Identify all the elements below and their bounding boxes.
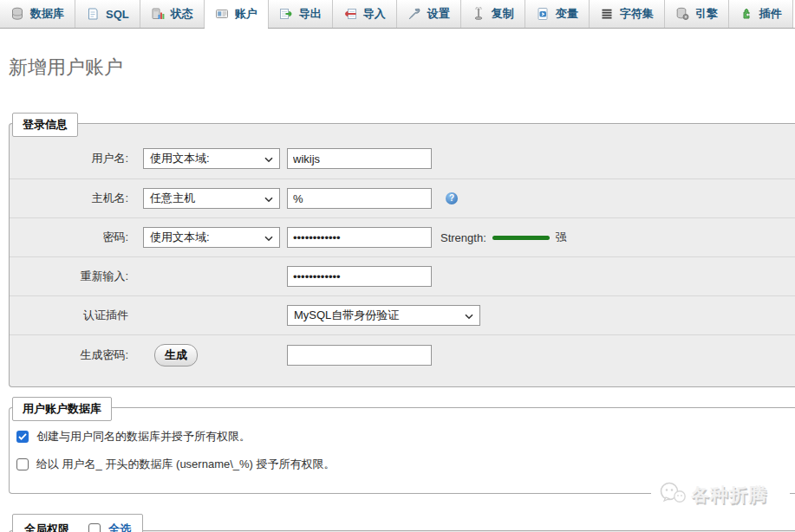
chevron-down-icon [264, 231, 273, 244]
host-label: 主机名: [10, 191, 128, 206]
tab-engines[interactable]: 引擎 [665, 0, 729, 28]
tab-variables[interactable]: 变量 [525, 0, 590, 28]
tab-export[interactable]: 导出 [269, 0, 333, 28]
generate-password-row: 生成密码: 生成 [10, 334, 795, 375]
tab-sql[interactable]: SQL [75, 0, 140, 28]
global-privileges-legend: 全局权限 全选 [12, 514, 143, 532]
generated-password-input[interactable] [287, 345, 432, 366]
password-label: 密码: [10, 230, 128, 245]
chevron-down-icon [465, 309, 473, 322]
username-label: 用户名: [10, 151, 128, 166]
help-icon[interactable] [446, 192, 458, 204]
create-same-db-label: 创建与用户同名的数据库并授予所有权限。 [36, 429, 251, 444]
engines-icon [675, 7, 689, 21]
tab-databases[interactable]: 数据库 [0, 0, 75, 28]
global-privileges-title: 全局权限 [24, 522, 69, 532]
strength-text: 强 [556, 230, 567, 245]
tab-accounts[interactable]: 账户 [205, 0, 269, 28]
username-row: 用户名: 使用文本域: [10, 136, 795, 178]
tab-label: 设置 [427, 6, 450, 22]
host-input[interactable] [287, 188, 432, 209]
plugin-icon [740, 7, 753, 21]
host-type-select[interactable]: 任意主机 [143, 188, 280, 209]
user-database-legend: 用户账户数据库 [12, 397, 112, 421]
tab-label: 状态 [171, 6, 193, 22]
login-information-fieldset: 登录信息 用户名: 使用文本域: 主机名: 任意主机 密码: [9, 123, 795, 387]
tab-label: 引擎 [695, 6, 718, 22]
auth-plugin-select[interactable]: MySQL自带身份验证 [287, 305, 480, 326]
strength-meter [492, 236, 550, 240]
status-icon [151, 7, 165, 21]
create-same-db-option: 创建与用户同名的数据库并授予所有权限。 [10, 425, 795, 448]
import-icon [343, 7, 357, 21]
tab-label: 复制 [492, 6, 514, 22]
password-input[interactable] [287, 227, 432, 248]
retype-label: 重新输入: [10, 269, 128, 284]
chevron-down-icon [264, 192, 273, 205]
generate-button[interactable]: 生成 [154, 344, 198, 367]
checkbox-checked[interactable] [16, 431, 29, 443]
login-information-legend: 登录信息 [12, 113, 78, 137]
accounts-icon [215, 7, 229, 21]
tab-import[interactable]: 导入 [333, 0, 397, 28]
retype-password-input[interactable] [287, 266, 432, 287]
tab-settings[interactable]: 设置 [397, 0, 461, 28]
password-row: 密码: 使用文本域: Strength: 强 [10, 217, 795, 256]
wildcard-db-label: 给以 用户名_ 开头的数据库 (username\_%) 授予所有权限。 [36, 457, 336, 472]
tab-status[interactable]: 状态 [140, 0, 205, 28]
tab-label: 数据库 [30, 6, 64, 22]
watermark-text: 各种折腾 [691, 483, 767, 507]
host-row: 主机名: 任意主机 [10, 178, 795, 217]
export-icon [279, 7, 293, 21]
password-strength: Strength: 强 [440, 230, 567, 245]
tab-label: 插件 [759, 6, 782, 22]
check-all-link[interactable]: 全选 [108, 522, 131, 532]
chat-bubbles-logo-icon [656, 480, 687, 510]
wrench-icon [407, 7, 421, 21]
tab-label: SQL [106, 8, 129, 21]
retype-row: 重新输入: [10, 256, 795, 295]
sql-icon [86, 7, 100, 21]
page-title: 新增用户账户 [9, 55, 795, 81]
database-icon [10, 7, 24, 21]
replication-icon [472, 7, 485, 21]
chevron-down-icon [264, 152, 273, 165]
username-type-select[interactable]: 使用文本域: [143, 148, 280, 169]
watermark: 各种折腾 [651, 477, 790, 512]
username-input[interactable] [287, 148, 432, 169]
wildcard-db-option: 给以 用户名_ 开头的数据库 (username\_%) 授予所有权限。 [10, 453, 795, 476]
generate-password-label: 生成密码: [10, 347, 128, 363]
auth-plugin-label: 认证插件 [10, 308, 128, 323]
tab-replication[interactable]: 复制 [461, 0, 525, 28]
tab-plugins[interactable]: 插件 [729, 0, 793, 28]
tab-label: 变量 [556, 6, 578, 22]
top-nav: 数据库 SQL 状态 账户 导出 导入 设置 复制 变量 字符集 引擎 [0, 0, 795, 29]
tab-charsets[interactable]: 字符集 [590, 0, 665, 28]
password-type-select[interactable]: 使用文本域: [143, 227, 280, 248]
checkbox-unchecked[interactable] [16, 458, 29, 470]
charsets-icon [600, 7, 614, 21]
variables-icon [536, 7, 550, 21]
check-all-checkbox[interactable] [88, 523, 101, 532]
tab-label: 导入 [363, 6, 386, 22]
tab-label: 导出 [299, 6, 322, 22]
strength-label: Strength: [440, 231, 486, 244]
tab-label: 账户 [235, 6, 257, 22]
auth-plugin-row: 认证插件 MySQL自带身份验证 [10, 295, 795, 334]
tab-label: 字符集 [620, 6, 654, 22]
